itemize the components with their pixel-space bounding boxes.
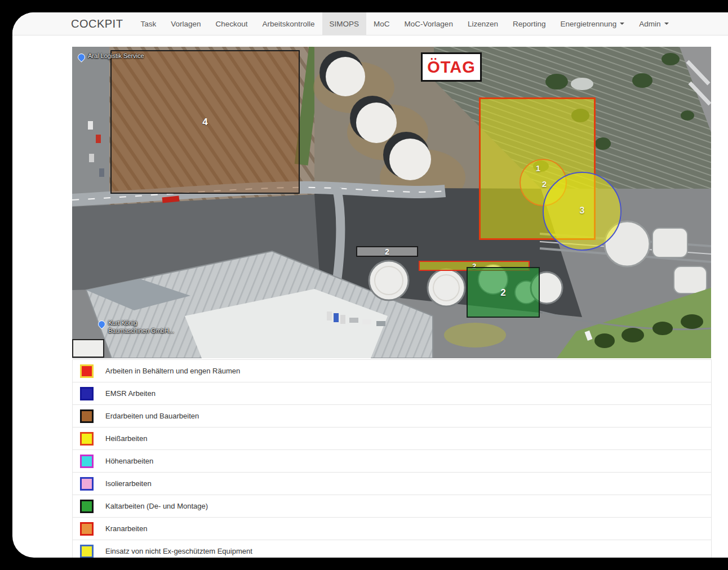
legend-item-h-henarbeiten: Höhenarbeiten [73,450,711,473]
legend-color-swatch [80,455,94,468]
legend-color-swatch [80,477,94,491]
zone-number-label: 4 [202,117,207,127]
nav-item-label: Checkout [215,20,247,28]
nav-item-simops[interactable]: SIMOPS [322,12,367,35]
legend-item-label: Einsatz von nicht Ex-geschütztem Equipme… [105,547,252,555]
legend-color-swatch [80,432,94,446]
zone-number-label: 2 [500,288,505,297]
nav-item-label: Vorlagen [171,20,201,28]
app-window: COCKPIT TaskVorlagenCheckoutArbeitskontr… [12,12,728,558]
nav-item-energietrennung[interactable]: Energietrennung [553,12,632,35]
legend-color-swatch [80,545,94,558]
legend-item-label: Arbeiten in Behältern und engen Räumen [105,367,240,375]
legend-item-label: Kaltarbeiten (De- und Montage) [105,502,208,510]
map-pin-icon [96,319,106,329]
zone-gray-2[interactable]: 2 [356,246,418,257]
nav-item-label: Admin [639,20,660,28]
zone-white-box[interactable] [72,339,104,358]
legend-item-kranarbeiten: Kranarbeiten [73,518,711,540]
nav-item-lizenzen[interactable]: Lizenzen [460,12,505,35]
nav-item-checkout[interactable]: Checkout [208,12,255,35]
legend-item-label: Erdarbeiten und Bauarbeiten [105,412,199,420]
otag-label: ÖTAG [427,58,476,77]
otag-label-box: ÖTAG [421,52,482,82]
zone-kaltarbeiten-2[interactable]: 2 [467,267,540,318]
nav-item-label: Reporting [513,20,546,28]
legend-item-emsr-arbeiten: EMSR Arbeiten [73,382,711,405]
legend-item-hei-arbeiten: Heißarbeiten [73,428,711,450]
legend-item-label: Heißarbeiten [105,434,147,443]
chevron-down-icon [620,23,624,25]
legend-item-label: EMSR Arbeiten [105,389,156,398]
legend-item-einsatz-von-nicht-ex-gesch-tztem-equipment: Einsatz von nicht Ex-geschütztem Equipme… [73,540,711,558]
site-map-panel[interactable]: 4222123 Aral Logistik ServiceKurt KönigB… [72,47,711,358]
legend-item-kaltarbeiten-de-und-montage: Kaltarbeiten (De- und Montage) [73,495,711,518]
place-label-text: Aral Logistik Service [88,52,144,60]
nav-items: TaskVorlagenCheckoutArbeitskontrolleSIMO… [133,12,676,35]
legend-item-label: Höhenarbeiten [105,457,153,465]
nav-item-label: Task [140,20,156,28]
nav-item-admin[interactable]: Admin [632,12,676,35]
nav-item-label: Arbeitskontrolle [263,20,315,28]
map-pin-icon [76,52,86,62]
zone-number-3: 3 [580,206,585,215]
nav-item-reporting[interactable]: Reporting [505,12,553,35]
work-type-legend: Arbeiten in Behältern und engen RäumenEM… [72,359,712,558]
legend-color-swatch [80,364,94,378]
zone-number-label: 2 [385,248,389,256]
legend-item-label: Isolierarbeiten [105,479,152,488]
legend-color-swatch [80,500,94,513]
nav-item-arbeitskontrolle[interactable]: Arbeitskontrolle [255,12,322,35]
legend-color-swatch [80,409,94,423]
zone-erdarbeiten-4[interactable]: 4 [110,50,300,194]
app-brand: COCKPIT [71,12,123,35]
place-label-text: Kurt KönigBaumaschinen GmbH... [108,319,174,335]
legend-color-swatch [80,522,94,536]
map-label-kurt-koenig: Kurt KönigBaumaschinen GmbH... [98,319,174,335]
nav-item-moc[interactable]: MoC [366,12,397,35]
nav-item-label: MoC [374,20,390,28]
nav-item-label: Energietrennung [560,20,616,28]
legend-item-arbeiten-in-beh-ltern-und-engen-r-umen: Arbeiten in Behältern und engen Räumen [73,360,711,382]
zone-number-2: 2 [542,180,547,188]
nav-item-vorlagen[interactable]: Vorlagen [163,12,208,35]
nav-item-label: MoC-Vorlagen [405,20,453,28]
map-label-aral-logistik-service: Aral Logistik Service [78,52,144,61]
top-navigation: COCKPIT TaskVorlagenCheckoutArbeitskontr… [12,12,728,35]
nav-item-label: SIMOPS [330,20,359,28]
legend-item-label: Kranarbeiten [105,524,147,533]
nav-item-task[interactable]: Task [133,12,163,35]
legend-item-isolierarbeiten: Isolierarbeiten [73,473,711,495]
legend-item-erdarbeiten-und-bauarbeiten: Erdarbeiten und Bauarbeiten [73,405,711,428]
legend-color-swatch [80,387,94,400]
nav-item-label: Lizenzen [468,20,498,28]
zone-number-1: 1 [536,164,540,172]
nav-item-moc-vorlagen[interactable]: MoC-Vorlagen [397,12,460,35]
chevron-down-icon [664,23,669,25]
